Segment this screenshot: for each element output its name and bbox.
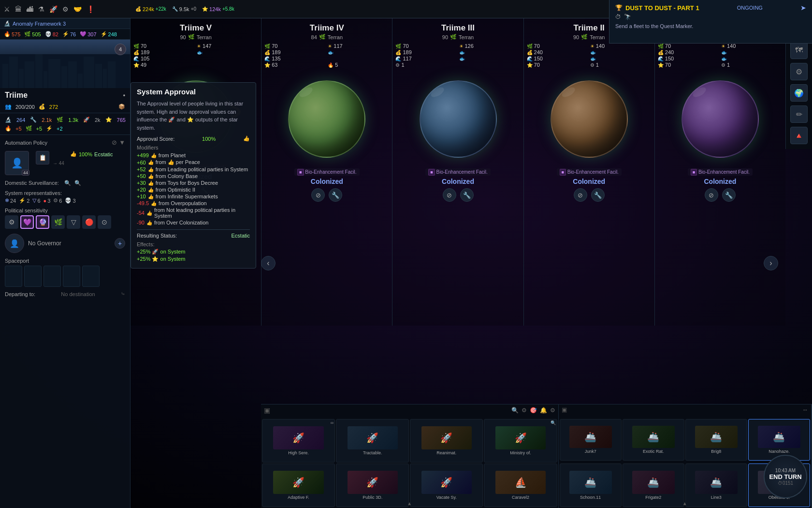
city-image: 4 [0, 40, 130, 88]
political-icons: ⚙ 💜 🔮 🌿 ▽ 🔴 ⊙ [5, 215, 125, 229]
right-icon-map[interactable]: 🗺 [790, 42, 808, 59]
fleet1-ctrl-4[interactable]: 🔔 [540, 407, 547, 414]
military-icon[interactable]: ⚔ [4, 5, 10, 13]
fleet-cell-schoon11[interactable]: 🚢 Schoon.11 [560, 463, 622, 507]
quest-nav-icon[interactable]: ➤ [800, 4, 806, 12]
leader-arrow-icon: → 44 [53, 161, 64, 166]
diplomacy-icon[interactable]: 🤝 [73, 5, 82, 13]
leader-sub-icon1: 📋 [36, 151, 49, 164]
fleet2-ctrl-expand[interactable]: ↔ [802, 406, 808, 413]
fleet-cell-caravel2[interactable]: ⛵ Caravel2 [484, 463, 557, 507]
fleet-cell-nanohaze[interactable]: 🚢 Nanohaze. [748, 419, 810, 461]
fleet-cell-public3d[interactable]: 🚀 Public 3D. [336, 463, 409, 507]
fleet-cell-ministry[interactable]: 🚀 Ministry of. 🔍 [484, 419, 557, 463]
ship-name-caravel2: Caravel2 [512, 495, 529, 500]
credits-change: +22k [156, 6, 166, 12]
right-icon-edit[interactable]: ✏ [790, 105, 808, 123]
mod-val-1: +499 [137, 152, 149, 158]
energy-value: 76 [70, 31, 76, 37]
surveillance-icon1[interactable]: 🔍 [64, 180, 71, 186]
right-icon-globe[interactable]: 🌍 [790, 84, 808, 102]
planet-i-status: Colonized [704, 178, 736, 185]
settings-icon[interactable]: ⚙ [62, 5, 69, 13]
pol-icon-5[interactable]: ▽ [67, 215, 80, 229]
fleet-cell-junk7[interactable]: 🚢 Junk7 [560, 419, 622, 461]
bonus-fire-value: +5 [15, 126, 22, 132]
mod-val-7: +10 [137, 194, 146, 199]
modifier-5: +30 👍 from Toys for Boys Decree [137, 180, 250, 186]
fleet2-collapse-icon: ▣ [562, 406, 567, 413]
end-turn-button[interactable]: 10:43 AM END TURN ⏱0151 [764, 455, 807, 498]
reps-icons: ❄ 24 ⚡ 2 ▽ 6 ● 3 ⚙ 6 💀 3 [5, 197, 125, 204]
fleet-cell-tractable[interactable]: 🚀 Tractable. [336, 419, 409, 463]
anomaly-icon: 🔬 [4, 20, 11, 27]
lightning-icon: ⚡ [101, 31, 107, 37]
rep-icon-3: ▽ [32, 197, 36, 204]
science-value: 264 [16, 117, 25, 123]
planet-i-action-2[interactable]: 🔧 [722, 188, 736, 202]
ships2-icon: 🚀 [83, 117, 90, 123]
fleet-cell-line3[interactable]: 🚢 Line3 [685, 463, 747, 507]
fleet1-ctrl-3[interactable]: 🎯 [530, 407, 537, 414]
top-icons: ⚔ 🏛 🏙 ⚗ 🚀 ⚙ 🤝 ❗ [0, 5, 130, 13]
spaceport-slots [5, 266, 125, 287]
pol-icon-2[interactable]: 💜 [20, 215, 34, 229]
nav-arrow-left[interactable]: ‹ [261, 256, 276, 270]
empire-icon[interactable]: 🏛 [15, 5, 22, 13]
right-icon-settings[interactable]: ⚙ [790, 63, 808, 80]
planet-iv-name: Triime IV [310, 23, 344, 33]
planet-i-action-1[interactable]: ⊘ [705, 188, 718, 202]
alerts-icon[interactable]: ❗ [87, 5, 95, 13]
surveillance-icon2[interactable]: 🔍 [74, 180, 81, 186]
planet-iii-pop-icon: 🌿 [450, 34, 457, 40]
planet-iii-stats: 🌿70 ☀126 💰189 🐟 🌊117 🐟 ⚙1 [395, 43, 520, 68]
bonus-fire-icon: 🔥 [5, 125, 12, 132]
mod-label-9: from Not leading political parties in Sy… [154, 207, 250, 219]
pol-icon-6[interactable]: 🔴 [82, 215, 96, 229]
planet-iv-sphere-container [288, 75, 365, 163]
ship-name-junk7: Junk7 [585, 449, 596, 454]
mod-label-2: from 👍 per Peace [156, 159, 200, 165]
automation-slash-icon[interactable]: ⊘ [112, 139, 117, 146]
cities-icon[interactable]: 🏙 [27, 5, 33, 13]
skull-value: 82 [53, 31, 58, 37]
planet-iii-action-1[interactable]: ⊘ [443, 188, 456, 202]
automation-down-icon[interactable]: ▼ [119, 139, 125, 146]
fleet1-ctrl-2[interactable]: ⚙ [522, 407, 527, 414]
research-icon[interactable]: ⚗ [38, 5, 44, 13]
fleet-cell-adaptive[interactable]: 🚀 Adaptive F. [262, 463, 335, 507]
fleet1-ctrl-1[interactable]: 🔍 [511, 407, 519, 414]
modifier-2: +60 👍 from 👍 per Peace [137, 159, 250, 165]
spaceport-slot-2 [24, 266, 42, 287]
planet-iv-actions: ⊘ 🔧 [311, 188, 342, 202]
fleet-cell-reanimat[interactable]: 🚀 Reanimat. [410, 419, 483, 463]
fleet-cell-frigate2[interactable]: 🚢 Frigate2 [623, 463, 684, 507]
leader-info: 👍 100% Ecstatic [70, 151, 113, 175]
planet-ii-action-2[interactable]: 🔧 [591, 188, 605, 202]
fleet1-expand-icon[interactable]: ▲ [407, 501, 412, 506]
rep-item-5: ⚙ 6 [53, 197, 62, 204]
fleet-cell-high-sere[interactable]: 🚀 High Sere. ∞ [262, 419, 335, 463]
planet-menu-icon[interactable]: • [123, 92, 125, 99]
planet-iv-action-1[interactable]: ⊘ [311, 188, 325, 202]
fleet1-grid: 🚀 High Sere. ∞ 🚀 Tractable. 🚀 Reanimat. … [261, 418, 558, 508]
fleet-cell-vacate[interactable]: 🚀 Vacate Sy. [410, 463, 483, 507]
pol-icon-7[interactable]: ⊙ [98, 215, 111, 229]
fleet1-ctrl-5[interactable]: ⚙ [550, 407, 555, 414]
planet-ii-sphere [551, 80, 628, 158]
right-icon-triangle[interactable]: 🔺 [790, 127, 808, 144]
planet-ii-action-1[interactable]: ⊘ [574, 188, 587, 202]
pol-icon-1[interactable]: ⚙ [5, 215, 18, 229]
fleet-cell-brig8[interactable]: 🚢 Brig8 [685, 419, 747, 461]
pol-icon-3[interactable]: 🔮 [36, 215, 49, 229]
fleet2-expand-icon[interactable]: ▲ [682, 501, 687, 506]
fleet-cell-exotic[interactable]: 🚢 Exotic Rat. [623, 419, 684, 461]
nav-arrow-right[interactable]: › [764, 256, 778, 270]
rep-item-1: ❄ 24 [5, 197, 16, 204]
planet-iv-action-2[interactable]: 🔧 [329, 188, 342, 202]
ships-icon[interactable]: 🚀 [49, 5, 58, 13]
bonus-lightning-icon: ⚡ [46, 125, 53, 132]
pol-icon-4[interactable]: 🌿 [51, 215, 65, 229]
add-governor-button[interactable]: + [115, 238, 125, 249]
planet-iii-action-2[interactable]: 🔧 [460, 188, 474, 202]
